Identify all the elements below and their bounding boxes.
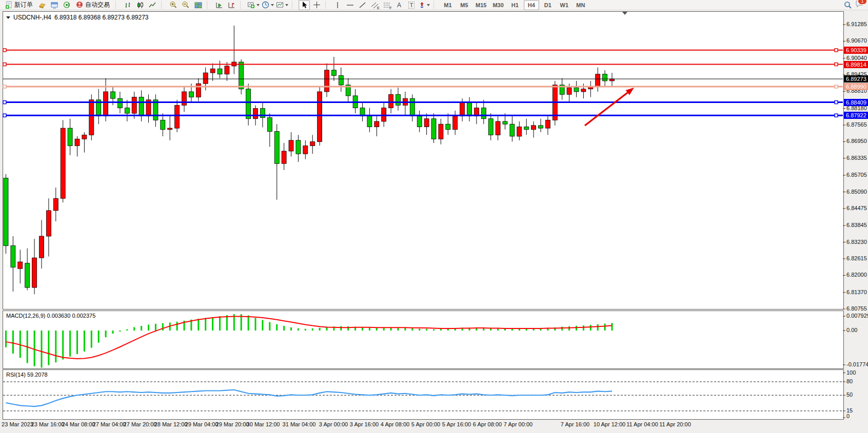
cursor-icon (301, 1, 308, 9)
rsi-panel[interactable] (3, 369, 844, 420)
price-tick-label: 6.85705 (846, 172, 867, 178)
time-axis-label: 11 Apr 20:00 (659, 421, 691, 427)
notifications-button[interactable]: 1 (855, 0, 864, 10)
chevron-down-icon (285, 4, 288, 6)
timeframe-m1[interactable]: M1 (440, 0, 456, 10)
time-axis-label: 10 Apr 12:00 (594, 421, 625, 427)
text-tool-button[interactable]: A (393, 0, 405, 10)
toolbar-separator (115, 1, 120, 9)
chevron-down-icon (257, 4, 260, 6)
tile-windows-icon (194, 2, 202, 9)
chart-menu-icon[interactable] (6, 16, 10, 19)
search-icon[interactable] (844, 1, 852, 9)
time-axis-label: 6 Apr 08:00 (473, 421, 502, 427)
price-tick-label: 6.90670 (846, 37, 867, 44)
timeframe-mn[interactable]: MN (573, 0, 588, 10)
auto-scroll-button[interactable] (213, 0, 225, 10)
price-tick-label: 6.80755 (846, 305, 867, 312)
rsi-level-label: 50 (846, 391, 853, 398)
editor-icon (38, 2, 46, 9)
time-axis-label: 27 Mar 20:00 (124, 421, 157, 427)
data-window-icon (50, 2, 58, 9)
time-axis-label: 29 Mar 20:00 (216, 421, 249, 427)
timeframe-w1[interactable]: W1 (557, 0, 572, 10)
periods-button[interactable] (261, 0, 274, 10)
price-tick-label: 6.83230 (846, 239, 867, 245)
rsi-level-label: 80 (846, 378, 853, 384)
tile-windows-button[interactable] (192, 0, 204, 10)
time-axis-label: 23 Mar 16:00 (31, 421, 65, 427)
signals-button[interactable] (61, 0, 72, 10)
toolbar: 新订单 自动交易 (0, 0, 868, 10)
bar-chart-icon (124, 2, 132, 9)
fibonacci-tool-button[interactable]: F (381, 0, 392, 10)
macd-max-label: 0.007929 (846, 313, 868, 319)
candlestick-chart-type-button[interactable] (134, 0, 146, 10)
autotrade-button[interactable]: 自动交易 (73, 0, 112, 10)
line-chart-icon (149, 2, 156, 9)
indicators-icon (247, 2, 255, 9)
price-tick-label: 6.81370 (846, 289, 867, 295)
macd-title: MACD(12,26,9) 0.003630 0.002375 (6, 313, 95, 319)
arrows-tool-button[interactable] (418, 0, 430, 10)
new-order-icon (5, 1, 13, 9)
bar-chart-type-button[interactable] (122, 0, 133, 10)
new-order-button[interactable]: 新订单 (3, 0, 35, 10)
macd-panel[interactable] (3, 311, 844, 369)
toolbar-separator (207, 1, 211, 9)
crosshair-icon (313, 1, 321, 9)
auto-scroll-icon (215, 2, 223, 9)
vertical-line-icon (334, 2, 341, 9)
line-chart-type-button[interactable] (147, 0, 158, 10)
price-tick-label: 6.86950 (846, 138, 867, 144)
price-tick-label: 6.82000 (846, 272, 867, 278)
toolbar-separator (325, 1, 329, 9)
chart-shift-button[interactable] (226, 0, 237, 10)
toolbar-separator (161, 1, 165, 9)
autotrade-label: 自动交易 (85, 1, 110, 9)
autotrade-icon (76, 1, 84, 9)
data-window-button[interactable] (49, 0, 60, 10)
signals-icon (63, 1, 71, 9)
templates-button[interactable] (275, 0, 289, 10)
editor-button[interactable] (36, 0, 48, 10)
new-order-label: 新订单 (14, 1, 33, 9)
label-tool-button[interactable]: T (406, 0, 417, 10)
price-badge: 6.89814 (844, 61, 868, 68)
timeframe-m5[interactable]: M5 (457, 0, 472, 10)
timeframe-h1[interactable]: H1 (507, 0, 523, 10)
rsi-level-label: 100 (846, 369, 856, 376)
time-axis-label: 4 Apr 08:00 (381, 421, 409, 427)
channel-tool-letter: E (377, 6, 380, 10)
text-tool-letter: A (397, 2, 401, 9)
cursor-tool-button[interactable] (299, 0, 310, 10)
chart-title: USDCNH-,H4 6.89318 6.89368 6.89273 6.892… (6, 14, 149, 21)
time-axis-label: 28 Mar 12:00 (154, 421, 188, 427)
clock-icon (262, 1, 269, 9)
macd-min-label: -0.017743 (846, 361, 868, 367)
notification-badge: 1 (858, 0, 867, 5)
trendline-tool-button[interactable] (357, 0, 368, 10)
time-axis-label: 5 Apr 00:00 (411, 421, 440, 427)
zoom-in-button[interactable] (168, 0, 179, 10)
time-axis-label: 7 Apr 16:00 (561, 421, 589, 427)
time-axis-label: 27 Mar 04:00 (93, 421, 126, 427)
crosshair-tool-button[interactable] (311, 0, 322, 10)
timeframe-h4[interactable]: H4 (524, 0, 539, 10)
toolbar-separator (292, 1, 296, 9)
timeframe-m30[interactable]: M30 (490, 0, 506, 10)
zoom-out-icon (182, 1, 190, 9)
zoom-out-button[interactable] (180, 0, 191, 10)
price-badge: 6.89273 (844, 75, 868, 83)
trendline-icon (359, 2, 366, 9)
indicators-button[interactable] (247, 0, 260, 10)
rsi-title: RSI(14) 59.2078 (6, 372, 48, 378)
timeframe-d1[interactable]: D1 (540, 0, 556, 10)
horizontal-line-tool-button[interactable] (344, 0, 356, 10)
price-chart-panel[interactable] (3, 11, 844, 310)
chevron-down-icon (271, 4, 274, 6)
toolbar-right-group: 1 (844, 0, 868, 10)
vertical-line-tool-button[interactable] (332, 0, 343, 10)
channel-tool-button[interactable]: E (369, 0, 380, 10)
timeframe-m15[interactable]: M15 (473, 0, 489, 10)
